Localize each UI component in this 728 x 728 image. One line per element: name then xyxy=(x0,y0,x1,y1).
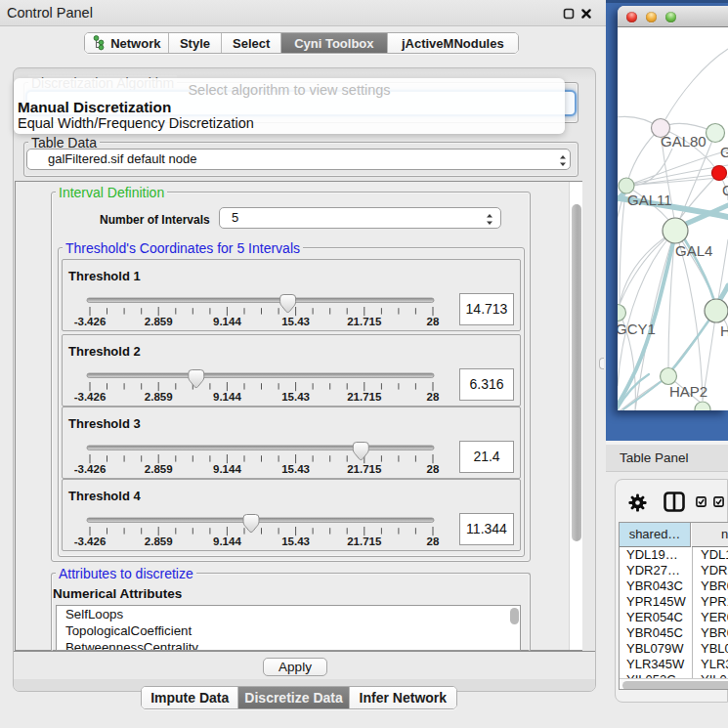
svg-text:2.859: 2.859 xyxy=(145,391,173,403)
svg-text:GCY1: GCY1 xyxy=(618,321,656,337)
svg-text:28: 28 xyxy=(427,463,440,475)
svg-text:GAL4: GAL4 xyxy=(675,242,712,259)
svg-text:9.144: 9.144 xyxy=(213,391,241,403)
svg-text:-3.426: -3.426 xyxy=(74,463,107,475)
svg-text:HAP2: HAP2 xyxy=(669,383,707,400)
svg-text:-3.426: -3.426 xyxy=(74,316,107,327)
svg-text:28: 28 xyxy=(427,316,440,327)
svg-text:15.43: 15.43 xyxy=(281,316,310,327)
svg-text:15.43: 15.43 xyxy=(281,535,310,547)
svg-text:2.859: 2.859 xyxy=(145,535,173,547)
svg-text:15.43: 15.43 xyxy=(281,463,310,475)
svg-text:9.144: 9.144 xyxy=(213,316,241,327)
svg-text:21.715: 21.715 xyxy=(347,391,382,403)
svg-text:C: C xyxy=(722,182,728,198)
svg-text:21.715: 21.715 xyxy=(347,463,382,475)
svg-text:2.859: 2.859 xyxy=(145,463,173,475)
svg-text:21.715: 21.715 xyxy=(347,535,382,547)
svg-text:GAL80: GAL80 xyxy=(661,133,707,150)
svg-text:-3.426: -3.426 xyxy=(74,391,107,403)
svg-text:15.43: 15.43 xyxy=(281,391,310,403)
svg-text:21.715: 21.715 xyxy=(347,316,382,327)
svg-text:-3.426: -3.426 xyxy=(74,535,107,547)
svg-text:28: 28 xyxy=(427,535,440,547)
svg-text:9.144: 9.144 xyxy=(213,463,241,475)
svg-text:H: H xyxy=(720,322,728,339)
svg-text:9.144: 9.144 xyxy=(213,535,241,547)
svg-text:GA: GA xyxy=(720,144,728,160)
svg-text:28: 28 xyxy=(427,391,440,403)
svg-text:2.859: 2.859 xyxy=(145,316,173,327)
svg-text:GAL11: GAL11 xyxy=(627,192,672,208)
